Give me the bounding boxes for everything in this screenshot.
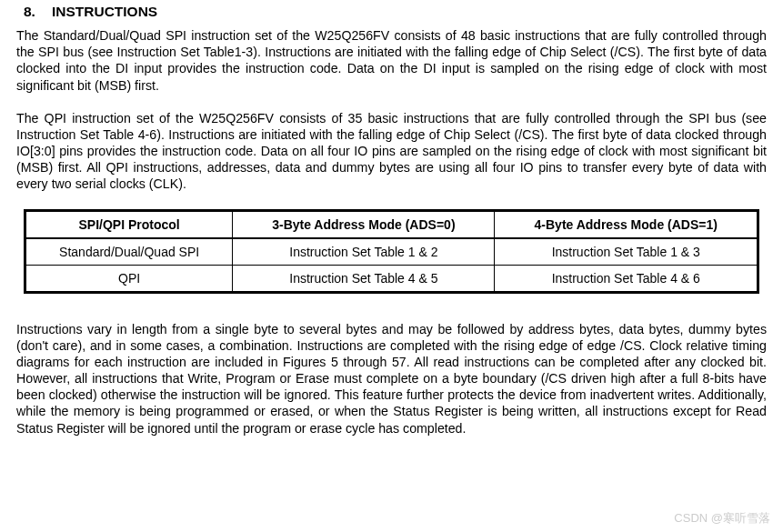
header-4byte: 4-Byte Address Mode (ADS=1) — [495, 210, 758, 238]
cell-4byte: Instruction Set Table 1 & 3 — [495, 238, 758, 266]
paragraph-1: The Standard/Dual/Quad SPI instruction s… — [16, 27, 767, 94]
protocol-table-wrap: SPI/QPI Protocol 3-Byte Address Mode (AD… — [16, 209, 767, 294]
heading-number: 8. — [24, 4, 35, 20]
cell-4byte: Instruction Set Table 4 & 6 — [495, 265, 758, 292]
header-3byte: 3-Byte Address Mode (ADS=0) — [233, 210, 495, 238]
table-row: Standard/Dual/Quad SPI Instruction Set T… — [25, 238, 758, 266]
cell-protocol: QPI — [25, 265, 233, 292]
cell-protocol: Standard/Dual/Quad SPI — [25, 238, 233, 266]
cell-3byte: Instruction Set Table 4 & 5 — [233, 265, 495, 292]
cell-3byte: Instruction Set Table 1 & 2 — [233, 238, 495, 266]
section-heading: 8.INSTRUCTIONS — [16, 4, 767, 20]
watermark: CSDN @寒听雪落 — [674, 510, 770, 527]
protocol-table: SPI/QPI Protocol 3-Byte Address Mode (AD… — [24, 209, 759, 294]
heading-title: INSTRUCTIONS — [52, 4, 157, 19]
table-row: QPI Instruction Set Table 4 & 5 Instruct… — [25, 265, 758, 292]
paragraph-2: The QPI instruction set of the W25Q256FV… — [16, 110, 767, 193]
paragraph-3: Instructions vary in length from a singl… — [16, 321, 767, 437]
table-header-row: SPI/QPI Protocol 3-Byte Address Mode (AD… — [25, 210, 758, 238]
header-protocol: SPI/QPI Protocol — [25, 210, 233, 238]
